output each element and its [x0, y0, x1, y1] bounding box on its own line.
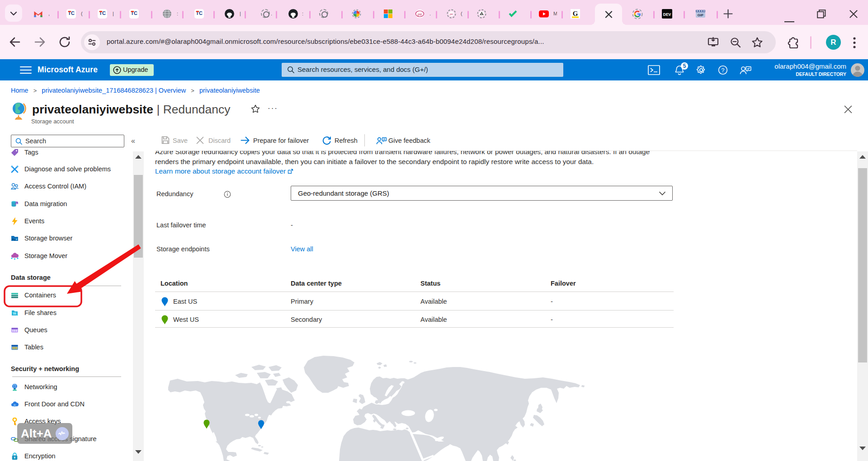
svg-text:psi: psi: [418, 13, 422, 16]
svg-text:DEV: DEV: [663, 12, 671, 17]
svg-text:psi: psi: [450, 13, 453, 15]
svg-text:?: ?: [722, 67, 725, 74]
svg-text:G: G: [573, 10, 578, 17]
svg-text:GIF: GIF: [698, 13, 703, 17]
